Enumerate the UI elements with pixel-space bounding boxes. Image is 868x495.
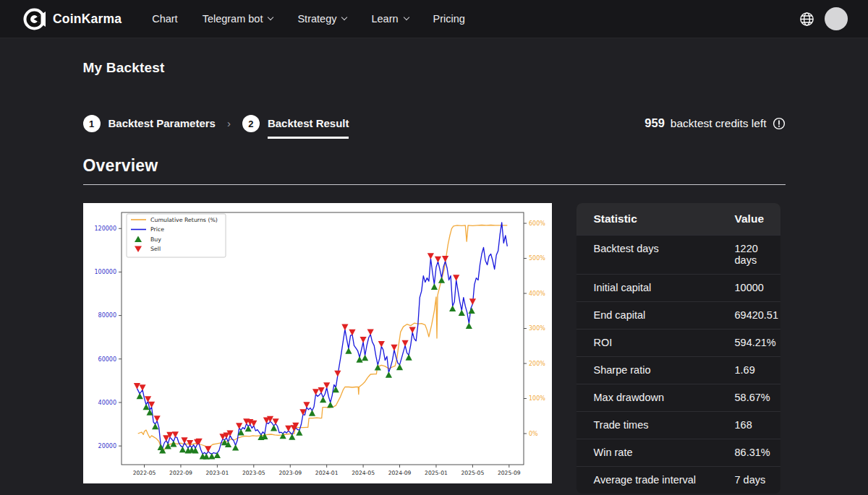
stepper-step-result[interactable]: 2 Backtest Result [242, 115, 349, 132]
svg-text:2023-09: 2023-09 [278, 470, 302, 476]
stat-value: 168 [735, 419, 780, 431]
table-row: ROI594.21% [576, 329, 780, 356]
svg-text:2025-09: 2025-09 [497, 470, 520, 476]
svg-text:2024-01: 2024-01 [315, 470, 338, 476]
credits-count: 959 [644, 116, 665, 130]
stat-name: Max drawdown [594, 392, 735, 403]
step-1-label: Backtest Parameters [109, 117, 216, 129]
step-2-circle: 2 [242, 115, 260, 132]
svg-text:2022-05: 2022-05 [132, 470, 156, 476]
stat-name: Initial capital [594, 282, 735, 293]
svg-text:600%: 600% [529, 220, 545, 227]
svg-text:400%: 400% [529, 290, 545, 297]
nav-item-chart[interactable]: Chart [152, 13, 177, 25]
stat-name: End capital [594, 309, 735, 321]
main-content: My Backtest 1 Backtest Parameters › 2 Ba… [83, 38, 786, 494]
stat-value: 69420.51 [735, 309, 780, 321]
brand-name: CoinKarma [53, 12, 122, 27]
nav-links: Chart Telegram bot Strategy Learn Pricin… [152, 13, 465, 25]
svg-text:120000: 120000 [94, 225, 116, 232]
svg-text:500%: 500% [529, 255, 545, 262]
nav-item-telegram-bot[interactable]: Telegram bot [203, 13, 273, 25]
coinkarma-logo-icon [23, 8, 46, 30]
svg-text:100000: 100000 [94, 269, 116, 275]
navbar: CoinKarma Chart Telegram bot Strategy Le… [0, 0, 868, 38]
table-row: Backtest days1220 days [576, 235, 780, 274]
section-title: Overview [83, 156, 786, 176]
chevron-down-icon [268, 14, 273, 20]
credits-label: backtest credits left [671, 117, 767, 130]
step-2-label: Backtest Result [268, 117, 349, 129]
stat-value: 1220 days [735, 243, 780, 266]
info-icon[interactable] [773, 117, 786, 130]
stat-name: Trade times [594, 419, 735, 431]
svg-text:0%: 0% [529, 431, 538, 437]
svg-text:80000: 80000 [98, 312, 116, 319]
stat-value: 594.21% [735, 337, 780, 348]
svg-text:Price: Price [150, 226, 164, 233]
stat-value: 10000 [735, 282, 780, 293]
svg-text:2023-01: 2023-01 [205, 470, 229, 476]
nav-item-learn[interactable]: Learn [371, 13, 408, 25]
svg-text:2022-09: 2022-09 [169, 470, 192, 476]
brand[interactable]: CoinKarma [23, 8, 122, 30]
backtest-chart-panel: 200004000060000800001000001200000%100%20… [83, 203, 552, 483]
stats-table-header: Statistic Value [576, 203, 780, 235]
stat-name: ROI [594, 337, 735, 348]
svg-text:60000: 60000 [98, 356, 116, 363]
stat-value: 86.31% [735, 447, 780, 458]
step-1-circle: 1 [83, 115, 101, 132]
svg-text:Buy: Buy [150, 236, 161, 243]
stat-value: 58.67% [735, 392, 780, 403]
table-row: Average trade interval7 days [576, 466, 780, 494]
table-header-statistic: Statistic [594, 212, 735, 225]
stat-value: 7 days [735, 474, 780, 486]
globe-icon[interactable] [799, 12, 814, 27]
overview-content: 200004000060000800001000001200000%100%20… [83, 203, 786, 494]
svg-text:2024-05: 2024-05 [352, 470, 375, 476]
svg-text:Sell: Sell [150, 246, 161, 252]
table-row: Trade times168 [576, 411, 780, 439]
stat-name: Sharpe ratio [594, 364, 735, 376]
table-row: Sharpe ratio1.69 [576, 356, 780, 384]
svg-text:100%: 100% [529, 395, 545, 402]
stat-name: Average trade interval [594, 474, 735, 486]
table-row: End capital69420.51 [576, 301, 780, 329]
svg-text:2025-01: 2025-01 [425, 470, 448, 476]
table-row: Max drawdown58.67% [576, 384, 780, 411]
backtest-credits: 959 backtest credits left [644, 116, 785, 130]
stat-name: Backtest days [594, 243, 735, 266]
svg-text:2023-05: 2023-05 [242, 470, 265, 476]
page-title: My Backtest [83, 60, 786, 76]
nav-item-pricing[interactable]: Pricing [433, 13, 465, 25]
stepper-step-parameters[interactable]: 1 Backtest Parameters [83, 115, 216, 132]
svg-text:300%: 300% [529, 325, 545, 332]
stat-value: 1.69 [735, 364, 780, 376]
stepper: 1 Backtest Parameters › 2 Backtest Resul… [83, 115, 786, 132]
chevron-down-icon [403, 14, 409, 20]
avatar[interactable] [825, 7, 848, 30]
table-header-value: Value [735, 212, 780, 225]
svg-text:2025-05: 2025-05 [461, 470, 484, 476]
table-row: Initial capital10000 [576, 274, 780, 301]
svg-text:2024-09: 2024-09 [388, 470, 411, 476]
svg-text:40000: 40000 [98, 400, 116, 406]
stat-name: Win rate [594, 447, 735, 458]
navbar-right [799, 7, 848, 30]
breadcrumb-chevron-icon: › [227, 117, 231, 129]
section-divider [83, 184, 786, 185]
stats-table: Statistic Value Backtest days1220 days I… [576, 203, 780, 494]
chevron-down-icon [341, 14, 347, 20]
svg-text:20000: 20000 [98, 443, 116, 449]
svg-text:200%: 200% [529, 361, 545, 367]
nav-item-strategy[interactable]: Strategy [297, 13, 346, 25]
table-row: Win rate86.31% [576, 439, 780, 466]
svg-text:Cumulative Returns (%): Cumulative Returns (%) [150, 217, 218, 223]
backtest-chart: 200004000060000800001000001200000%100%20… [83, 203, 552, 483]
